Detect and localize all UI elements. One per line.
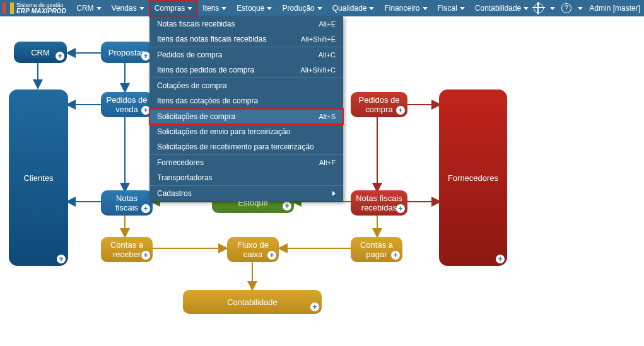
menu-crm[interactable]: CRM <box>71 0 106 16</box>
dropdown-item-label: Itens das notas fiscais recebidas <box>157 35 266 43</box>
menu-fiscal[interactable]: Fiscal <box>433 0 470 16</box>
dropdown-item[interactable]: Solicitações de envio para terceirização <box>149 124 343 139</box>
dropdown-item[interactable]: FornecedoresAlt+F <box>149 155 343 170</box>
caret-icon <box>578 7 583 10</box>
plus-icon[interactable]: + <box>496 255 505 263</box>
dropdown-item[interactable]: Notas fiscais recebidasAlt+E <box>149 16 343 32</box>
caret-icon <box>550 7 555 10</box>
dropdown-item-label: Cadastros <box>157 189 192 198</box>
dropdown-item-label: Itens dos pedidos de compra <box>157 66 254 74</box>
user-label[interactable]: Admin [master] <box>589 4 640 13</box>
menu-qualidade[interactable]: Qualidade <box>327 0 380 16</box>
dropdown-shortcut: Alt+F <box>319 159 336 166</box>
caret-icon <box>369 7 374 10</box>
dropdown-shortcut: Alt+E <box>319 20 336 28</box>
plus-icon[interactable]: + <box>56 52 64 61</box>
plus-icon[interactable]: + <box>57 255 66 263</box>
plus-icon[interactable]: + <box>283 202 291 210</box>
dropdown-item[interactable]: Solicitações de recebimento para terceir… <box>149 139 343 154</box>
node-contas-receber[interactable]: Contas a receber+ <box>101 237 153 262</box>
node-clientes[interactable]: Clientes+ <box>9 89 68 266</box>
plus-icon[interactable]: + <box>267 251 276 260</box>
dropdown-item[interactable]: Itens dos pedidos de compraAlt+Shift+C <box>149 62 343 78</box>
menu-itens[interactable]: Itens <box>197 0 231 16</box>
node-pedidos-venda[interactable]: Pedidos de venda+ <box>101 92 153 117</box>
dropdown-shortcut: Alt+Shift+C <box>300 66 336 74</box>
plus-icon[interactable]: + <box>396 204 405 213</box>
menu-estoque[interactable]: Estoque <box>231 0 277 16</box>
dropdown-shortcut: Alt+C <box>319 51 336 59</box>
main-menu: CRM Vendas Compras Itens Estoque Produçã… <box>71 0 534 16</box>
dropdown-item-label: Solicitações de envio para terceirização <box>157 127 290 136</box>
dropdown-item-label: Cotações de compra <box>157 81 227 90</box>
node-nf-recebidas[interactable]: Notas fiscais recebidas+ <box>351 190 407 216</box>
menu-producao[interactable]: Produção <box>277 0 327 16</box>
plus-icon[interactable]: + <box>310 303 319 311</box>
dropdown-item[interactable]: Itens das cotações de compra <box>149 93 343 108</box>
help-icon[interactable]: ? <box>561 3 571 13</box>
app-logo: Sistema de gestão ERP MAXIPROD <box>3 3 66 14</box>
plus-icon[interactable]: + <box>141 52 150 61</box>
node-fornecedores[interactable]: Fornecedores+ <box>439 89 507 266</box>
dropdown-item-label: Pedidos de compra <box>157 50 222 59</box>
node-contas-pagar[interactable]: Contas a pagar+ <box>351 237 402 262</box>
caret-icon <box>524 7 529 10</box>
gear-icon[interactable] <box>534 3 544 13</box>
logo-mark <box>3 3 14 14</box>
dropdown-item[interactable]: Pedidos de compraAlt+C <box>149 47 343 62</box>
plus-icon[interactable]: + <box>141 204 150 213</box>
node-contabilidade[interactable]: Contabilidade+ <box>183 290 322 314</box>
caret-icon <box>187 7 192 10</box>
dropdown-item[interactable]: Cotações de compra <box>149 78 343 93</box>
caret-icon <box>97 7 102 10</box>
dropdown-item-label: Transportadoras <box>157 173 213 182</box>
plus-icon[interactable]: + <box>141 106 150 115</box>
dropdown-item-label: Notas fiscais recebidas <box>157 20 235 28</box>
node-fluxo-caixa[interactable]: Fluxo de caixa+ <box>227 237 279 262</box>
dropdown-shortcut: Alt+S <box>319 113 336 120</box>
app-title-line2: ERP MAXIPROD <box>16 8 66 14</box>
menu-financeiro[interactable]: Financeiro <box>379 0 432 16</box>
chevron-right-icon <box>332 191 336 196</box>
compras-dropdown: Notas fiscais recebidasAlt+EItens das no… <box>149 16 343 201</box>
plus-icon[interactable]: + <box>396 106 405 115</box>
menu-compras[interactable]: Compras <box>149 0 198 16</box>
dropdown-item[interactable]: Transportadoras <box>149 170 343 185</box>
dropdown-item-label: Solicitações de recebimento para terceir… <box>157 142 314 151</box>
node-notas-fiscais[interactable]: Notas fiscais+ <box>101 190 153 216</box>
dropdown-item[interactable]: Solicitações de compraAlt+S <box>149 109 343 124</box>
caret-icon <box>139 7 144 10</box>
caret-icon <box>460 7 465 10</box>
menu-vendas[interactable]: Vendas <box>107 0 149 16</box>
dropdown-shortcut: Alt+Shift+E <box>301 35 336 43</box>
dropdown-item[interactable]: Cadastros <box>149 186 343 201</box>
node-propostas[interactable]: Propostas+ <box>101 42 153 63</box>
topbar: Sistema de gestão ERP MAXIPROD CRM Venda… <box>0 0 644 16</box>
plus-icon[interactable]: + <box>391 251 400 260</box>
caret-icon <box>423 7 428 10</box>
caret-icon <box>221 7 226 10</box>
node-crm[interactable]: CRM+ <box>14 42 67 63</box>
dropdown-item-label: Solicitações de compra <box>157 112 235 121</box>
dropdown-item-label: Itens das cotações de compra <box>157 96 258 105</box>
caret-icon <box>267 7 272 10</box>
plus-icon[interactable]: + <box>141 251 150 260</box>
caret-icon <box>317 7 322 10</box>
dropdown-item-label: Fornecedores <box>157 158 204 167</box>
dropdown-item[interactable]: Itens das notas fiscais recebidasAlt+Shi… <box>149 32 343 47</box>
menu-contabilidade[interactable]: Contabilidade <box>470 0 534 16</box>
node-pedidos-compra[interactable]: Pedidos de compra+ <box>351 92 407 117</box>
